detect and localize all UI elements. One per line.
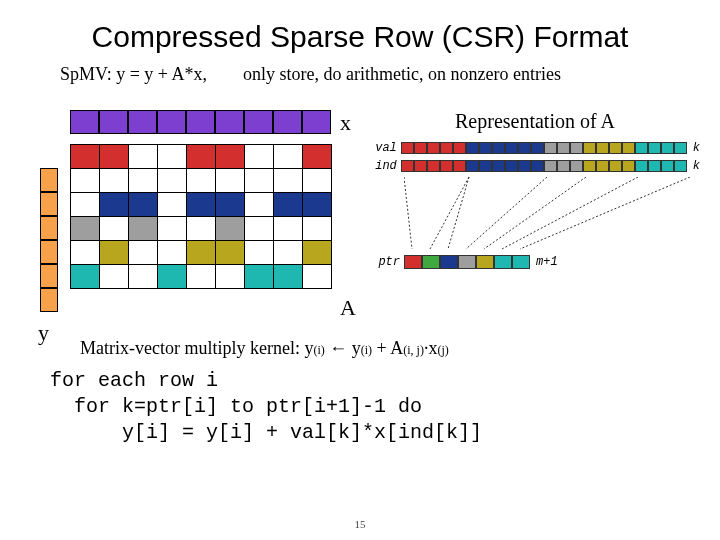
matrix-A [70, 144, 332, 289]
svg-line-6 [520, 177, 690, 249]
code-line-2: for k=ptr[i] to ptr[i+1]-1 do [74, 394, 482, 420]
code-line-1: for each row i [50, 368, 482, 394]
svg-line-1 [430, 177, 469, 249]
spmv-note: only store, do arithmetic, on nonzero en… [243, 64, 561, 84]
val-label: val [370, 141, 397, 155]
ptr-array [404, 255, 530, 269]
val-size: k [693, 141, 700, 155]
svg-line-0 [404, 177, 412, 249]
page-number: 15 [355, 518, 366, 530]
pseudocode: for each row i for k=ptr[i] to ptr[i+1]-… [50, 368, 482, 446]
spmv-formula: SpMV: y = y + A*x, [60, 64, 207, 84]
val-array [401, 142, 687, 154]
svg-line-5 [502, 177, 638, 249]
A-label: A [340, 295, 356, 321]
csr-representation: Representation of A val k ind k ptr m+1 [370, 110, 700, 273]
rep-title: Representation of A [370, 110, 700, 133]
ind-array [401, 160, 687, 172]
y-label: y [38, 320, 49, 346]
svg-line-2 [448, 177, 469, 249]
ind-label: ind [370, 159, 397, 173]
ptr-size: m+1 [536, 255, 558, 269]
y-vector [40, 168, 58, 312]
kernel-formula: Matrix-vector multiply kernel: y(i) ← y(… [80, 338, 449, 359]
svg-line-3 [466, 177, 547, 249]
x-label: x [340, 110, 351, 136]
subtitle-line: SpMV: y = y + A*x, only store, do arithm… [40, 64, 680, 85]
pointer-lines [404, 177, 704, 257]
x-vector [70, 110, 331, 134]
ptr-label: ptr [370, 255, 400, 269]
ind-size: k [693, 159, 700, 173]
page-title: Compressed Sparse Row (CSR) Format [40, 20, 680, 54]
code-line-3: y[i] = y[i] + val[k]*x[ind[k]] [122, 420, 482, 446]
